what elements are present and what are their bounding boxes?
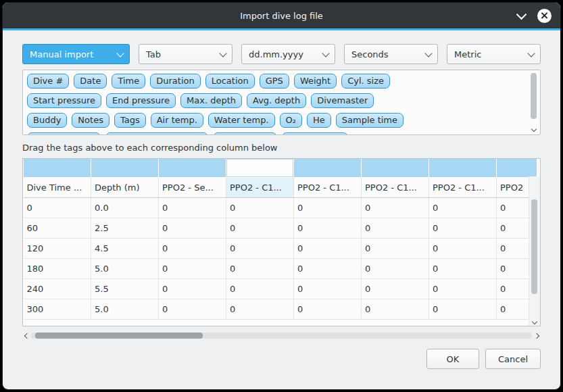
column-header[interactable]: PPO2 - C1...: [362, 178, 429, 198]
tag-sample-depth[interactable]: Sample depth: [27, 132, 101, 135]
tag-tags[interactable]: Tags: [114, 113, 146, 128]
date-format-select[interactable]: dd.mm.yyyy: [241, 44, 335, 64]
cell[interactable]: 0: [226, 218, 294, 239]
tag-location[interactable]: Location: [205, 74, 255, 89]
tag-time[interactable]: Time: [112, 74, 145, 89]
drop-target-cell[interactable]: [294, 159, 362, 178]
cell[interactable]: 0: [24, 198, 91, 218]
cell[interactable]: 180: [24, 259, 91, 279]
cell[interactable]: 60: [24, 218, 91, 239]
table-scrollbar-horizontal[interactable]: [22, 330, 541, 341]
cell[interactable]: 2.5: [91, 218, 159, 239]
cell[interactable]: 0: [429, 218, 497, 239]
cell[interactable]: 0: [159, 259, 226, 279]
cell[interactable]: 0: [294, 198, 362, 218]
tag-sample-time[interactable]: Sample time: [336, 113, 403, 128]
cell[interactable]: 0: [294, 218, 362, 239]
scroll-right-icon[interactable]: [532, 330, 541, 341]
scrollbar-thumb[interactable]: [531, 199, 537, 294]
cell[interactable]: 0: [294, 239, 362, 259]
tag-start-pressure[interactable]: Start pressure: [27, 93, 101, 108]
cell[interactable]: 0: [362, 198, 429, 218]
tag-end-pressure[interactable]: End pressure: [106, 93, 176, 108]
cell[interactable]: 0: [159, 198, 226, 218]
cell[interactable]: 5.5: [91, 279, 159, 299]
chevron-down-icon[interactable]: [516, 10, 527, 21]
scroll-left-icon[interactable]: [22, 330, 31, 341]
tag-water-temp[interactable]: Water temp.: [208, 113, 275, 128]
cell[interactable]: 0: [226, 239, 294, 259]
cell[interactable]: 0: [226, 198, 294, 218]
tag-dive[interactable]: Dive #: [27, 74, 69, 89]
tag-notes[interactable]: Notes: [72, 113, 109, 128]
titlebar[interactable]: Import dive log file ×: [3, 3, 560, 28]
cell[interactable]: 0: [362, 279, 429, 299]
tag-gps[interactable]: GPS: [260, 74, 289, 89]
cancel-button[interactable]: Cancel: [485, 349, 541, 369]
tag-buddy[interactable]: Buddy: [27, 113, 67, 128]
tag-cyl-size[interactable]: Cyl. size: [341, 74, 390, 89]
drop-target-cell[interactable]: [226, 159, 294, 178]
cell[interactable]: 0: [429, 198, 497, 218]
units-select[interactable]: Metric: [447, 44, 541, 64]
tag-duration[interactable]: Duration: [150, 74, 200, 89]
column-header[interactable]: PPO2 - Se...: [159, 178, 226, 198]
column-header[interactable]: Dive Time ...: [24, 178, 91, 198]
cell[interactable]: 0: [159, 279, 226, 299]
tag-pool-scrollbar[interactable]: [529, 72, 539, 133]
cell[interactable]: 0: [362, 299, 429, 320]
duration-format-select[interactable]: Seconds: [344, 44, 438, 64]
cell[interactable]: 120: [24, 239, 91, 259]
cell[interactable]: 4.5: [91, 239, 159, 259]
drop-target-cell[interactable]: [429, 159, 497, 178]
cell[interactable]: 0: [159, 239, 226, 259]
tag-avg-depth[interactable]: Avg. depth: [247, 93, 306, 108]
cell[interactable]: 0: [226, 279, 294, 299]
cell[interactable]: 0: [362, 259, 429, 279]
tag-divemaster[interactable]: Divemaster: [311, 93, 374, 108]
cell[interactable]: 0: [226, 299, 294, 320]
close-icon[interactable]: ×: [537, 9, 552, 23]
tag-sample-cns[interactable]: Sample CNS: [282, 132, 348, 135]
cell[interactable]: 5.0: [91, 299, 159, 320]
cell[interactable]: 0: [429, 299, 497, 320]
scroll-down-icon[interactable]: [529, 322, 539, 324]
tag-date[interactable]: Date: [74, 74, 107, 89]
tag-he[interactable]: He: [307, 113, 331, 128]
cell[interactable]: 0: [294, 279, 362, 299]
cell[interactable]: 5.0: [91, 259, 159, 279]
cell[interactable]: 0: [226, 259, 294, 279]
cell[interactable]: 0.0: [91, 198, 159, 218]
cell[interactable]: 240: [24, 279, 91, 299]
drop-target-cell[interactable]: [159, 159, 226, 178]
import-type-select[interactable]: Manual import: [22, 44, 130, 64]
cell[interactable]: 0: [362, 218, 429, 239]
tag-sample-po[interactable]: Sample pO₂: [213, 132, 277, 135]
cell[interactable]: 0: [429, 259, 497, 279]
scroll-down-icon[interactable]: [529, 129, 539, 131]
drop-target-cell[interactable]: [497, 159, 537, 178]
drop-target-cell[interactable]: [91, 159, 159, 178]
cell[interactable]: 0: [294, 299, 362, 320]
scrollbar-thumb[interactable]: [531, 73, 537, 119]
column-header[interactable]: PPO2 - C1...: [226, 178, 294, 198]
column-header[interactable]: PPO2 - C1...: [429, 178, 497, 198]
tag-max-depth[interactable]: Max. depth: [180, 93, 242, 108]
cell[interactable]: 0: [429, 279, 497, 299]
scrollbar-thumb[interactable]: [35, 333, 203, 339]
tag-air-temp[interactable]: Air temp.: [151, 113, 203, 128]
tag-weight[interactable]: Weight: [294, 74, 337, 89]
scrollbar-track[interactable]: [31, 333, 532, 339]
cell[interactable]: 300: [24, 299, 91, 320]
cell[interactable]: 0: [159, 299, 226, 320]
cell[interactable]: 0: [429, 239, 497, 259]
cell[interactable]: 0: [294, 259, 362, 279]
cell[interactable]: 0: [159, 218, 226, 239]
table-scrollbar-vertical[interactable]: [529, 176, 540, 326]
column-header[interactable]: PPO2 - C1...: [294, 178, 362, 198]
tag-sample-temperature[interactable]: Sample temperature: [105, 132, 209, 135]
ok-button[interactable]: OK: [426, 349, 479, 369]
drop-target-cell[interactable]: [362, 159, 429, 178]
tag-o[interactable]: O₂: [280, 113, 302, 128]
drop-target-cell[interactable]: [24, 159, 91, 178]
